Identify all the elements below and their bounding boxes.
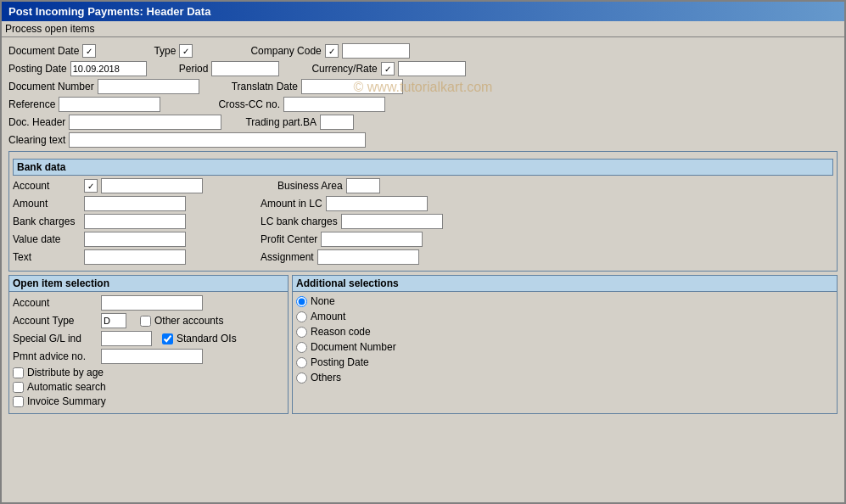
value-date-input[interactable] [84, 232, 186, 247]
radio-others-input[interactable] [296, 372, 307, 384]
cross-cc-input[interactable] [283, 97, 385, 112]
automatic-search-label: Automatic search [27, 381, 106, 393]
radio-document-number: Document Number [296, 341, 833, 353]
pmnt-advice-label: Pmnt advice no. [13, 350, 98, 362]
row-automatic-search: Automatic search [13, 381, 284, 393]
account-input[interactable] [101, 178, 203, 193]
trading-part-input[interactable] [320, 115, 354, 130]
assignment-label: Assignment [261, 251, 314, 263]
open-item-panel: Open item selection Account Account Type… [8, 275, 289, 414]
other-accounts-checkbox[interactable] [140, 316, 151, 327]
assignment-input[interactable] [317, 249, 419, 265]
doc-header-input[interactable] [69, 115, 221, 130]
text-input[interactable] [84, 249, 186, 265]
company-code-checkbox[interactable]: ✓ [325, 44, 339, 58]
additional-selections-header: Additional selections [293, 276, 837, 292]
row-document-date: Document Date ✓ Type ✓ Company Code ✓ [8, 43, 838, 59]
document-number-input[interactable] [98, 79, 199, 94]
row-clearing-text: Clearing text [8, 132, 838, 148]
business-area-input[interactable] [346, 178, 380, 193]
radio-amount-label: Amount [311, 311, 345, 322]
radio-none-input[interactable] [296, 296, 307, 307]
account-label: Account [13, 180, 81, 192]
bank-charges-label: Bank charges [13, 216, 81, 227]
bottom-panels: Open item selection Account Account Type… [8, 275, 838, 414]
reference-label: Reference [8, 98, 55, 110]
row-value-date: Value date Profit Center [13, 232, 833, 247]
bank-charges-input[interactable] [84, 214, 186, 229]
radio-posting-date: Posting Date [296, 356, 833, 368]
amount-in-lc-input[interactable] [326, 196, 428, 211]
amount-label: Amount [13, 198, 81, 210]
company-code-label: Company Code [250, 45, 321, 57]
posting-date-label: Posting Date [8, 63, 67, 75]
posting-date-input[interactable] [70, 61, 147, 76]
radio-amount-input[interactable] [296, 311, 307, 322]
row-invoice-summary: Invoice Summary [13, 395, 284, 407]
company-code-input[interactable] [342, 43, 410, 59]
radio-posting-date-input[interactable] [296, 357, 307, 368]
account-checkbox[interactable]: ✓ [84, 179, 98, 193]
currency-rate-input[interactable] [398, 61, 466, 76]
main-window: Post Incoming Payments: Header Data Proc… [0, 0, 846, 504]
menu-process-open-items[interactable]: Process open items [5, 23, 94, 35]
doc-header-label: Doc. Header [8, 116, 65, 128]
invoice-summary-label: Invoice Summary [27, 395, 106, 407]
radio-reason-code: Reason code [296, 326, 833, 338]
translatn-date-input[interactable] [301, 79, 403, 94]
radio-none: None [296, 295, 833, 307]
document-number-label: Document Number [8, 81, 94, 92]
radio-reason-code-label: Reason code [311, 326, 371, 338]
form-content: Document Date ✓ Type ✓ Company Code ✓ Po… [2, 37, 844, 417]
period-input[interactable] [211, 61, 279, 76]
lc-bank-charges-input[interactable] [341, 214, 443, 229]
invoice-summary-checkbox[interactable] [13, 396, 24, 407]
period-label: Period [179, 63, 209, 75]
reference-input[interactable] [59, 97, 160, 112]
amount-in-lc-label: Amount in LC [261, 198, 322, 210]
other-accounts-label: Other accounts [154, 315, 223, 327]
type-checkbox[interactable]: ✓ [179, 44, 193, 58]
currency-rate-label: Currency/Rate [311, 63, 377, 75]
additional-selections-radio-group: None Amount Reason code Document Nu [296, 295, 833, 384]
type-label: Type [154, 45, 176, 57]
standard-ois-label: Standard OIs [176, 333, 237, 344]
radio-posting-date-label: Posting Date [311, 356, 369, 368]
row-reference: Reference Cross-CC no. [8, 97, 838, 112]
radio-amount: Amount [296, 311, 833, 322]
business-area-label: Business Area [277, 180, 343, 192]
lc-bank-charges-label: LC bank charges [261, 216, 338, 227]
pmnt-advice-input[interactable] [101, 349, 203, 364]
clearing-text-input[interactable] [69, 132, 366, 148]
currency-rate-checkbox[interactable]: ✓ [381, 62, 395, 76]
account-type-input[interactable] [101, 313, 126, 328]
window-title: Post Incoming Payments: Header Data [8, 5, 210, 18]
row-special-gl: Special G/L ind Standard OIs [13, 331, 284, 346]
row-amount: Amount Amount in LC [13, 196, 833, 211]
open-item-header: Open item selection [9, 276, 288, 292]
document-date-checkbox[interactable]: ✓ [82, 44, 96, 58]
radio-others-label: Others [311, 372, 341, 384]
radio-none-label: None [311, 295, 335, 307]
amount-input[interactable] [84, 196, 186, 211]
radio-reason-code-input[interactable] [296, 327, 307, 338]
oi-account-input[interactable] [101, 295, 203, 311]
row-bank-charges: Bank charges LC bank charges [13, 214, 833, 229]
automatic-search-checkbox[interactable] [13, 382, 24, 393]
document-date-label: Document Date [8, 45, 79, 57]
row-document-number: Document Number Translatn Date [8, 79, 838, 94]
radio-document-number-input[interactable] [296, 342, 307, 353]
radio-others: Others [296, 372, 833, 384]
cross-cc-label: Cross-CC no. [218, 98, 280, 110]
value-date-label: Value date [13, 233, 81, 245]
oi-account-label: Account [13, 297, 98, 309]
bank-data-header: Bank data [13, 159, 833, 176]
standard-ois-checkbox[interactable] [162, 333, 173, 344]
row-doc-header: Doc. Header Trading part.BA [8, 115, 838, 130]
profit-center-input[interactable] [321, 232, 423, 247]
distribute-by-age-checkbox[interactable] [13, 367, 24, 378]
translatn-date-label: Translatn Date [232, 81, 298, 92]
special-gl-input[interactable] [101, 331, 152, 346]
row-posting-date: Posting Date Period Currency/Rate ✓ [8, 61, 838, 76]
text-label: Text [13, 251, 81, 263]
